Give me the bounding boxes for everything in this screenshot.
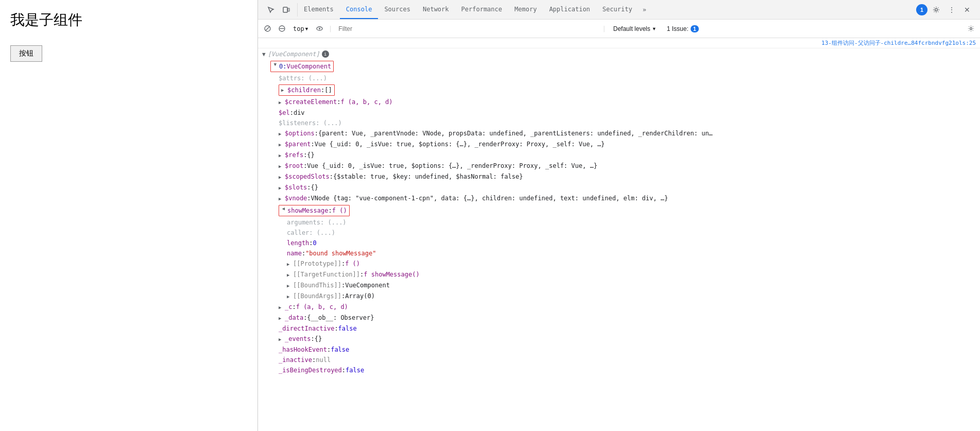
filter-input[interactable] <box>335 23 599 35</box>
tree-row-listeners[interactable]: $listeners: (...) <box>258 118 980 128</box>
attrs-text: $attrs: (...) <box>279 74 327 83</box>
notification-button[interactable]: 1 <box>916 4 927 15</box>
tree-row-children[interactable]: ▶ $children : [] <box>258 83 980 97</box>
tab-security[interactable]: Security <box>596 0 639 19</box>
issue-count-badge: 1 <box>691 25 699 32</box>
issue-label-text: 1 Issue: <box>667 25 689 32</box>
tree-row-vue-component[interactable]: ▶ 0: VueComponent <box>258 60 980 73</box>
tree-row-vnode[interactable]: ▶ $vnode : VNode {tag: "vue-component-1-… <box>258 193 980 204</box>
tab-network[interactable]: Network <box>417 0 455 19</box>
tree-row-_c[interactable]: ▶ _c : f (a, b, c, d) <box>258 302 980 313</box>
svg-point-8 <box>319 28 320 29</box>
tab-application[interactable]: Application <box>543 0 596 19</box>
settings-icon[interactable] <box>930 3 943 16</box>
app-button[interactable]: 按钮 <box>10 45 42 62</box>
context-selector[interactable]: top ▼ <box>290 24 311 33</box>
children-key: $children <box>287 85 321 95</box>
tab-sources[interactable]: Sources <box>378 0 417 19</box>
console-second-toolbar: top ▼ | | Default levels ▼ 1 Issue: 1 <box>258 20 980 38</box>
tree-row-el[interactable]: $el : div <box>258 108 980 118</box>
context-dropdown-arrow: ▼ <box>305 26 308 31</box>
tree-row-arguments[interactable]: arguments: (...) <box>258 217 980 228</box>
vue-expand-toggle[interactable]: ▼ <box>262 51 266 58</box>
vue-component-arrow[interactable]: ▶ <box>271 63 280 68</box>
tree-row-boundargs[interactable]: ▶ [[BoundArgs]] : Array(0) <box>258 291 980 302</box>
issue-button[interactable]: 1 Issue: 1 <box>663 24 703 33</box>
tree-row-name[interactable]: name : "bound showMessage" <box>258 248 980 258</box>
tree-row-boundthis[interactable]: ▶ [[BoundThis]] : VueComponent <box>258 280 980 291</box>
children-red-box: ▶ $children : [] <box>279 84 335 96</box>
tab-elements[interactable]: Elements <box>298 0 340 19</box>
context-label: top <box>293 25 304 32</box>
tree-row-parent[interactable]: ▶ $parent : Vue {_uid: 0, _isVue: true, … <box>258 139 980 150</box>
toolbar-right: 1 ⋮ ✕ <box>912 3 978 16</box>
tree-row-targetfunction[interactable]: ▶ [[TargetFunction]] : f showMessage() <box>258 269 980 280</box>
inspect-icon[interactable] <box>264 3 278 16</box>
app-title: 我是子组件 <box>10 10 247 30</box>
device-icon[interactable] <box>280 3 293 16</box>
levels-arrow: ▼ <box>652 26 657 31</box>
index-key: 0: <box>279 62 286 71</box>
svg-rect-1 <box>288 8 289 11</box>
tree-row-_events[interactable]: ▶ _events : {} <box>258 334 980 344</box>
clear-console-icon[interactable] <box>261 23 273 35</box>
tree-row-inactive[interactable]: _inactive : null <box>258 355 980 365</box>
svg-rect-0 <box>283 7 287 12</box>
separator-2: | <box>601 25 607 32</box>
svg-point-9 <box>970 28 972 30</box>
tree-row-slots[interactable]: ▶ $slots : {} <box>258 182 980 193</box>
console-output[interactable]: ▼ [VueComponent] i ▶ 0: VueComponent $at… <box>258 48 980 431</box>
tree-row-caller[interactable]: caller: (...) <box>258 228 980 238</box>
tree-row-createelement[interactable]: ▶ $createElement : f (a, b, c, d) <box>258 97 980 108</box>
tree-row-refs[interactable]: ▶ $refs : {} <box>258 150 980 161</box>
tree-row-directinactive[interactable]: _directInactive : false <box>258 323 980 334</box>
devtools-icons <box>260 3 298 16</box>
eye-icon[interactable] <box>313 23 325 35</box>
tree-row-scopedslots[interactable]: ▶ $scopedSlots : {$stable: true, $key: u… <box>258 171 980 182</box>
devtools-panel: Elements Console Sources Network Perform… <box>257 0 980 431</box>
showmessage-arrow[interactable]: ▼ <box>279 208 288 213</box>
tab-console[interactable]: Console <box>340 0 379 19</box>
vue-label: [VueComponent] <box>268 50 320 58</box>
source-link-bar: 13-组件访问-父访问子-childre…84fcrbndvfg21ols:25 <box>258 38 980 48</box>
app-panel: 我是子组件 按钮 <box>0 0 257 431</box>
svg-line-4 <box>265 27 269 31</box>
tab-memory[interactable]: Memory <box>508 0 543 19</box>
svg-point-2 <box>935 8 938 11</box>
children-arrow[interactable]: ▶ <box>281 85 286 95</box>
block-icon[interactable] <box>276 23 288 35</box>
devtools-toolbar: Elements Console Sources Network Perform… <box>258 0 980 20</box>
tree-row-options[interactable]: ▶ $options : {parent: Vue, _parentVnode:… <box>258 128 980 139</box>
vue-component-label: VueComponent <box>286 62 331 71</box>
tab-more[interactable]: » <box>639 0 650 19</box>
console-settings-icon[interactable] <box>965 23 977 35</box>
tab-performance[interactable]: Performance <box>455 0 508 19</box>
vue-component-header: ▼ [VueComponent] i <box>258 48 980 60</box>
tree-row-attrs[interactable]: $attrs: (...) <box>258 73 980 83</box>
page-layout: 我是子组件 按钮 Elements Co <box>0 0 980 431</box>
close-devtools-icon[interactable]: ✕ <box>960 3 974 16</box>
createelement-arrow[interactable]: ▶ <box>279 98 284 107</box>
vue-component-red-box: ▶ 0: VueComponent <box>270 61 334 72</box>
tree-row-length[interactable]: length : 0 <box>258 238 980 248</box>
devtools-tabs: Elements Console Sources Network Perform… <box>298 0 912 19</box>
source-link[interactable]: 13-组件访问-父访问子-childre…84fcrbndvfg21ols:25 <box>821 39 976 47</box>
showmessage-red-box: ▼ showMessage : f () <box>279 205 350 216</box>
tree-row-root[interactable]: ▶ $root : Vue {_uid: 0, _isVue: true, $o… <box>258 161 980 171</box>
tree-row-showmessage[interactable]: ▼ showMessage : f () <box>258 204 980 217</box>
info-icon[interactable]: i <box>322 50 329 58</box>
tree-row-hashookevent[interactable]: _hasHookEvent : false <box>258 344 980 355</box>
children-value: [] <box>324 85 332 95</box>
levels-button[interactable]: Default levels ▼ <box>609 24 661 33</box>
tree-row-prototype[interactable]: ▶ [[Prototype]] : f () <box>258 258 980 269</box>
tree-row-isbeingdestroyed[interactable]: _isBeingDestroyed : false <box>258 365 980 375</box>
tree-row-_data[interactable]: ▶ _data : {__ob__: Observer} <box>258 313 980 323</box>
more-options-icon[interactable]: ⋮ <box>945 3 958 16</box>
separator-1: | <box>328 25 333 32</box>
